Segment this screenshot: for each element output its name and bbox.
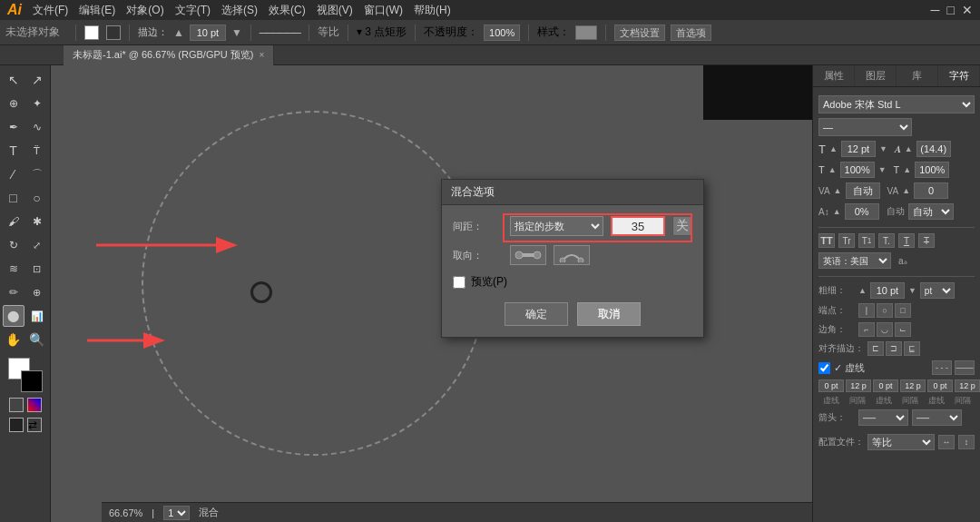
blend-close-x-button[interactable]: 关: [672, 216, 692, 236]
measure-tool[interactable]: ⊕: [26, 281, 48, 303]
type-tool[interactable]: T: [3, 140, 24, 162]
blend-ok-button[interactable]: 确定: [505, 302, 568, 326]
leading-input[interactable]: [916, 141, 951, 157]
scale-h-input[interactable]: [840, 162, 875, 178]
preview-checkbox[interactable]: [453, 276, 466, 289]
dashed-style-1[interactable]: - - -: [932, 360, 952, 375]
fill-color-swatch[interactable]: [106, 25, 121, 40]
menu-select[interactable]: 选择(S): [221, 3, 258, 18]
size-up-icon[interactable]: ▲: [829, 144, 838, 153]
baseline-input[interactable]: [845, 203, 879, 220]
track-up-icon[interactable]: ▲: [902, 186, 910, 195]
t-strikeout-button[interactable]: T: [918, 233, 935, 248]
font-size-input[interactable]: [841, 141, 876, 157]
curvature-tool[interactable]: ∿: [26, 116, 48, 138]
maximize-icon[interactable]: □: [947, 3, 955, 17]
size-down-icon[interactable]: ▼: [879, 144, 887, 153]
tr-button[interactable]: Tr: [838, 233, 855, 248]
orient-align-icon[interactable]: [510, 245, 546, 265]
baseline-up-icon[interactable]: ▲: [833, 207, 841, 216]
pen-tool[interactable]: ✒: [3, 116, 24, 138]
eyedropper-tool[interactable]: ✏: [3, 281, 24, 303]
scale-h-up-icon[interactable]: ▲: [828, 165, 837, 174]
tab-character[interactable]: 字符: [938, 65, 980, 86]
corner-bevel-button[interactable]: ⌙: [895, 322, 911, 337]
arrow-start-select[interactable]: ──: [858, 409, 908, 426]
stroke-unit-select[interactable]: pt: [920, 282, 955, 299]
paintbrush-tool[interactable]: 🖌: [3, 211, 24, 232]
style-swatch[interactable]: [575, 25, 597, 40]
align-inside-button[interactable]: ⊐: [886, 341, 902, 356]
stroke-up-icon2[interactable]: ▲: [858, 286, 867, 295]
profile-flip-v[interactable]: ↕: [958, 435, 975, 449]
touch-type-tool[interactable]: T̈: [26, 140, 48, 162]
doc-settings-button[interactable]: 文档设置: [614, 25, 665, 41]
active-tab[interactable]: 未标题-1.ai* @ 66.67% (RGB/GPU 预览) ×: [64, 45, 274, 65]
magic-wand-tool[interactable]: ✦: [26, 93, 48, 114]
arc-tool[interactable]: ⌒: [26, 163, 48, 185]
menu-view[interactable]: 视图(V): [317, 3, 353, 18]
artboard-select[interactable]: 1: [163, 506, 190, 520]
tab-close-icon[interactable]: ×: [259, 50, 264, 60]
swap-icon[interactable]: ⇄: [27, 418, 42, 432]
cap-square-button[interactable]: □: [895, 303, 911, 318]
corner-round-button[interactable]: ◡: [877, 322, 893, 337]
stroke-down-icon2[interactable]: ▼: [908, 286, 916, 295]
color-mode-icon[interactable]: [9, 418, 24, 432]
direct-selection-tool[interactable]: ↗: [26, 69, 48, 91]
menu-object[interactable]: 对象(O): [126, 3, 163, 18]
dash-gap-2[interactable]: [900, 379, 926, 392]
blend-tool[interactable]: ⬤: [3, 305, 24, 327]
stroke-box[interactable]: [21, 370, 43, 392]
free-transform-tool[interactable]: ⊡: [26, 258, 48, 280]
kern-input[interactable]: [846, 182, 880, 199]
menu-file[interactable]: 文件(F): [33, 3, 68, 18]
menu-window[interactable]: 窗口(W): [364, 3, 403, 18]
tt-button[interactable]: TT: [818, 233, 835, 248]
opacity-input[interactable]: [484, 25, 520, 41]
stroke-up-icon[interactable]: ▲: [173, 26, 184, 39]
cap-butt-button[interactable]: |: [858, 303, 875, 318]
align-center-button[interactable]: ⊏: [867, 341, 884, 356]
menu-effect[interactable]: 效果(C): [269, 3, 306, 18]
zoom-tool[interactable]: 🔍: [26, 329, 48, 350]
menu-help[interactable]: 帮助(H): [414, 3, 451, 18]
none-icon[interactable]: [9, 398, 24, 412]
dashed-style-2[interactable]: ───: [955, 360, 975, 375]
orient-perpendicular-icon[interactable]: [554, 245, 590, 265]
scale-v-input[interactable]: [915, 162, 949, 178]
track-input[interactable]: [914, 182, 948, 199]
profile-flip-h[interactable]: ↔: [938, 435, 955, 449]
scale-tool[interactable]: ⤢: [26, 234, 48, 256]
kern-up-icon[interactable]: ▲: [834, 186, 842, 195]
dash-gap-1[interactable]: [846, 379, 871, 392]
gradient-icon[interactable]: [27, 398, 42, 412]
corner-miter-button[interactable]: ⌐: [858, 322, 875, 337]
dash-gap-3[interactable]: [955, 379, 980, 392]
lasso-tool[interactable]: ⊕: [3, 93, 24, 114]
tab-properties[interactable]: 属性: [813, 65, 855, 86]
cap-round-button[interactable]: ○: [877, 303, 893, 318]
font-family-select[interactable]: Adobe 宋体 Std L: [818, 95, 975, 113]
stroke-down-icon[interactable]: ▼: [231, 26, 242, 39]
stroke-weight-input[interactable]: [870, 282, 905, 299]
align-outside-button[interactable]: ⊑: [904, 341, 920, 356]
ellipse-tool[interactable]: ○: [26, 187, 48, 209]
scale-v-up-icon[interactable]: ▲: [903, 165, 911, 174]
t-sub-button[interactable]: T.: [878, 233, 895, 248]
stroke-color-swatch[interactable]: [84, 25, 99, 40]
selection-tool[interactable]: ↖: [3, 69, 24, 91]
preferences-button[interactable]: 首选项: [671, 25, 711, 41]
rect-tool[interactable]: □: [3, 187, 24, 209]
chart-tool[interactable]: 📊: [26, 305, 48, 327]
rotate-tool[interactable]: ↻: [3, 234, 24, 256]
warp-tool[interactable]: ≋: [3, 258, 24, 280]
auto-select[interactable]: 自动: [908, 203, 954, 220]
minimize-icon[interactable]: ─: [931, 3, 940, 17]
arrow-end-select[interactable]: ──: [912, 409, 962, 426]
tab-layers[interactable]: 图层: [855, 65, 897, 86]
lang-select[interactable]: 英语：美国: [818, 252, 891, 269]
close-icon[interactable]: ✕: [962, 3, 973, 17]
stroke-value-input[interactable]: [190, 25, 226, 41]
tab-library[interactable]: 库: [897, 65, 938, 86]
